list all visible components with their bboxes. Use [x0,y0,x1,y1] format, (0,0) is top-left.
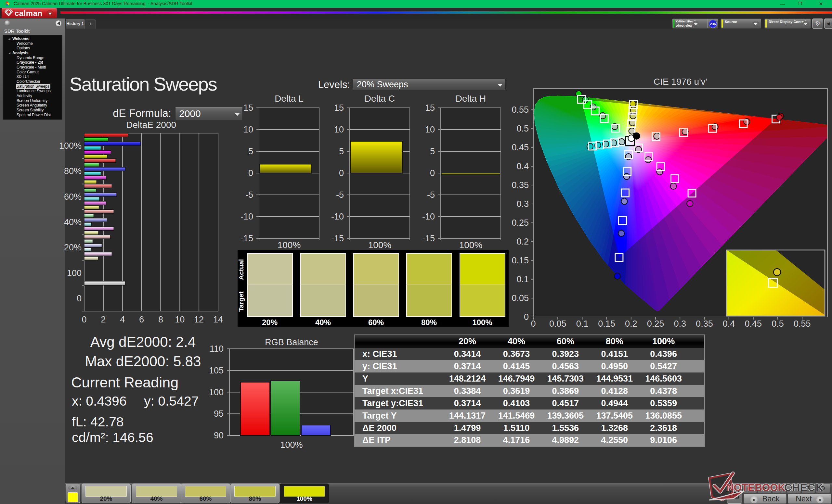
svg-text:0.3: 0.3 [674,319,686,329]
svg-text:2: 2 [101,315,106,324]
svg-text:NOTEBOOK: NOTEBOOK [726,482,785,493]
svg-text:10: 10 [425,125,435,135]
svg-text:110: 110 [210,344,224,354]
svg-text:0.05: 0.05 [549,319,567,329]
svg-text:105: 105 [209,366,224,375]
svg-text:0: 0 [248,168,253,178]
svg-text:0.45: 0.45 [512,143,529,152]
svg-text:100: 100 [67,268,82,278]
svg-text:-5: -5 [245,190,253,200]
svg-text:0: 0 [77,293,82,303]
svg-text:Delta L: Delta L [275,93,304,104]
svg-text:10: 10 [243,125,253,135]
svg-text:-15: -15 [422,233,435,243]
svg-text:0.1: 0.1 [576,319,589,329]
svg-text:4: 4 [120,315,125,324]
svg-text:15: 15 [334,103,344,113]
svg-text:100%: 100% [368,240,392,250]
svg-text:100%: 100% [59,141,82,151]
svg-text:5: 5 [430,146,435,156]
svg-text:5: 5 [248,146,253,156]
svg-text:-10: -10 [422,212,435,222]
svg-text:calman: calman [15,9,43,17]
svg-text:0: 0 [430,168,435,178]
svg-text:0: 0 [531,319,536,329]
svg-text:0.05: 0.05 [512,293,529,303]
svg-text:0.35: 0.35 [696,319,713,329]
svg-text:0.2: 0.2 [625,319,637,329]
svg-text:6: 6 [139,315,144,324]
svg-text:Delta H: Delta H [456,93,486,104]
svg-text:80%: 80% [64,166,82,176]
svg-text:90: 90 [214,430,224,440]
svg-text:10: 10 [175,315,185,324]
svg-text:0.4: 0.4 [516,161,529,171]
svg-text:0.25: 0.25 [512,218,529,228]
svg-text:100%: 100% [459,240,483,250]
svg-text:20%: 20% [64,243,82,252]
svg-text:100%: 100% [280,440,303,448]
svg-text:5: 5 [339,146,344,156]
svg-text:0.15: 0.15 [512,256,529,265]
svg-text:15: 15 [243,103,253,113]
svg-text:0.55: 0.55 [512,105,529,115]
svg-text:15: 15 [425,103,435,113]
svg-text:14: 14 [213,315,223,324]
svg-text:0.25: 0.25 [647,319,664,329]
svg-text:CHECK: CHECK [784,482,824,493]
svg-text:0: 0 [82,315,86,324]
svg-text:0.35: 0.35 [512,180,529,190]
svg-text:100%: 100% [278,240,301,250]
svg-text:-5: -5 [427,190,435,200]
svg-text:0.15: 0.15 [598,319,615,329]
svg-text:DeltaE 2000: DeltaE 2000 [126,120,176,130]
svg-text:10: 10 [334,125,344,135]
svg-text:0.4: 0.4 [723,319,735,329]
svg-text:-15: -15 [240,233,253,243]
svg-text:0.5: 0.5 [772,319,784,329]
svg-text:0: 0 [524,312,529,322]
svg-text:0.3: 0.3 [516,199,529,209]
svg-text:0.2: 0.2 [516,237,529,247]
svg-text:CIE 1976 u'v': CIE 1976 u'v' [654,77,707,87]
svg-text:-15: -15 [331,233,344,243]
svg-text:-5: -5 [336,190,344,200]
svg-text:-10: -10 [331,212,344,222]
svg-text:12: 12 [194,315,204,324]
svg-text:0.45: 0.45 [745,319,762,329]
svg-text:95: 95 [214,409,224,419]
svg-text:60%: 60% [64,192,82,202]
svg-text:0: 0 [339,168,344,178]
svg-text:0.5: 0.5 [516,124,529,134]
svg-text:RGB Balance: RGB Balance [265,338,318,347]
svg-text:0.55: 0.55 [794,319,811,329]
svg-text:-10: -10 [240,212,253,222]
svg-text:40%: 40% [64,217,82,227]
svg-text:100: 100 [209,387,224,397]
svg-text:8: 8 [158,315,163,324]
svg-text:0.1: 0.1 [516,274,529,284]
svg-text:Delta C: Delta C [365,93,395,104]
